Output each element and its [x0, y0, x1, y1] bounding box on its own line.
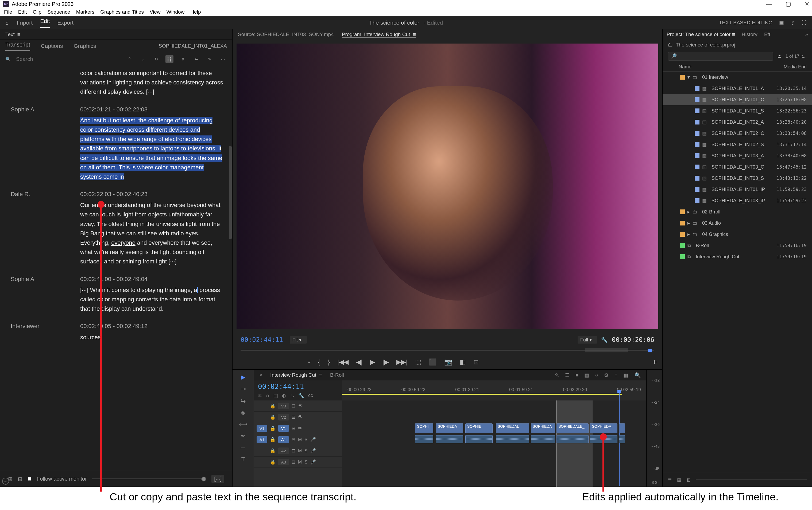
video-clip[interactable]: SOPHIEDA — [590, 423, 617, 433]
menu-help[interactable]: Help — [190, 9, 201, 15]
expand-icon[interactable]: ▾ — [688, 74, 690, 80]
track-a2[interactable]: A2 — [278, 448, 289, 454]
video-clip[interactable]: SOPHIEDALE_ — [556, 423, 588, 433]
col-media-end[interactable]: Media End — [784, 64, 807, 70]
audio-clip[interactable] — [556, 435, 588, 443]
menu-file[interactable]: File — [4, 9, 12, 15]
pause-filler-icon[interactable]: ┇┇ — [166, 55, 173, 63]
source-tab[interactable]: Source: SOPHIEDALE_INT03_SONY.mp4 — [238, 32, 334, 37]
timecode-out[interactable]: 00:00:20:06 — [612, 336, 654, 343]
transcript-body[interactable]: color calibration is so important to cor… — [0, 66, 232, 471]
more-icon[interactable]: ⋯ — [219, 55, 227, 63]
monitor-scrubber[interactable] — [233, 347, 662, 355]
menu-window[interactable]: Window — [167, 9, 185, 15]
step-fwd-icon[interactable]: |▶ — [382, 358, 389, 366]
project-item[interactable]: ▸🗀04 Graphics — [663, 229, 812, 240]
export-frame-icon[interactable]: 📷 — [444, 358, 452, 366]
split-icon[interactable]: ⬍ — [179, 55, 187, 63]
project-search[interactable] — [668, 52, 773, 61]
timeline-tab-broll[interactable]: B-Roll — [330, 372, 344, 378]
project-item[interactable]: ⧉B-Roll11:59:16:19 — [663, 240, 812, 251]
step-back-icon[interactable]: ◀| — [356, 358, 362, 366]
audio-clip[interactable] — [496, 435, 529, 443]
project-item[interactable]: ▸🗀03 Audio — [663, 217, 812, 229]
mark-out-icon[interactable]: } — [328, 358, 330, 366]
icon-b[interactable]: 🔍 — [635, 372, 641, 378]
ws-edit[interactable]: Edit — [40, 18, 50, 28]
refresh-icon[interactable]: ↻ — [152, 55, 160, 63]
safe-margins-icon[interactable]: ⊡ — [473, 358, 479, 366]
track-a3[interactable]: A3 — [278, 459, 289, 466]
track-v1[interactable]: V1 — [278, 425, 289, 432]
icon-a[interactable]: ▮▮ — [623, 372, 629, 378]
go-to-out-icon[interactable]: ▶▶| — [396, 358, 408, 366]
go-to-in-icon[interactable]: |◀◀ — [337, 358, 349, 366]
new-bin-icon[interactable]: 🗀 — [777, 54, 782, 59]
transcript-text-highlighted[interactable]: And last but not least, the challenge of… — [80, 116, 224, 181]
expand-icon[interactable]: ▸ — [688, 231, 690, 237]
tl-icon-7[interactable]: cc — [308, 393, 313, 399]
project-item[interactable]: ▧SOPHIEDALE_INT01_A13:20:35:14 — [663, 83, 812, 94]
scrollbar[interactable] — [229, 146, 232, 239]
mark-in-icon[interactable]: { — [318, 358, 320, 366]
breadcrumb[interactable]: The science of color.prproj — [676, 42, 735, 48]
ws-export[interactable]: Export — [57, 20, 74, 26]
menu-sequence[interactable]: Sequence — [47, 9, 70, 15]
button-editor-icon[interactable]: + — [652, 357, 657, 366]
ripple-tool-icon[interactable]: ⇆ — [241, 397, 245, 404]
linked-sel-icon[interactable]: ☰ — [565, 372, 570, 378]
search-input[interactable] — [16, 56, 56, 62]
tl-icon-3[interactable]: ⬚ — [273, 393, 278, 399]
comparison-icon[interactable]: ◧ — [460, 358, 466, 366]
tab-captions[interactable]: Captions — [41, 43, 63, 49]
audio-clip[interactable] — [415, 435, 433, 443]
snap-icon[interactable]: ✎ — [555, 372, 559, 378]
overflow-icon[interactable]: » — [805, 32, 808, 37]
project-item[interactable]: ▾🗀01 Interview — [663, 71, 812, 83]
track-select-tool-icon[interactable]: ⇥ — [241, 386, 245, 392]
effects-tab[interactable]: Eff — [764, 32, 770, 37]
menu-graphics[interactable]: Graphics and Titles — [100, 9, 144, 15]
video-clip[interactable]: SOPHI — [415, 423, 433, 433]
video-clip[interactable]: SOPHIE — [465, 423, 493, 433]
audio-clip[interactable] — [465, 435, 493, 443]
tl-icon-6[interactable]: 🔧 — [298, 393, 304, 399]
close-tab-icon[interactable]: × — [259, 372, 262, 378]
close-button[interactable]: ✕ — [805, 1, 809, 7]
icon-view-icon[interactable]: ▦ — [677, 477, 681, 482]
project-item[interactable]: ▸🗀02-B-roll — [663, 206, 812, 217]
track-v2[interactable]: V2 — [278, 414, 289, 420]
transcript-text[interactable]: sources. — [80, 333, 224, 342]
project-item[interactable]: ▧SOPHIEDALE_INT01_C13:25:18:08 — [663, 94, 812, 105]
project-item[interactable]: ▧SOPHIEDALE_INT03_iP11:59:59:23 — [663, 195, 812, 206]
history-tab[interactable]: History — [742, 32, 757, 37]
text-based-editing[interactable]: TEXT BASED EDITING — [719, 20, 773, 26]
type-tool-icon[interactable]: T — [241, 456, 245, 463]
pen-tool-icon[interactable]: ✒ — [241, 432, 245, 440]
marker-icon[interactable]: ■ — [576, 372, 578, 378]
video-clip[interactable] — [619, 423, 625, 433]
expand-icon[interactable]: ▸ — [688, 209, 690, 215]
time-ruler[interactable]: 00:00:29:23 00:00:59:22 00:01:29:21 00:0… — [342, 381, 646, 400]
selection-tool-icon[interactable]: ▶ — [241, 374, 245, 381]
slip-tool-icon[interactable]: ⟷ — [239, 421, 248, 428]
audio-clip[interactable] — [590, 435, 617, 443]
merge-icon[interactable]: ⬌ — [192, 55, 200, 63]
track-a1[interactable]: A1 — [278, 436, 289, 443]
track-v3[interactable]: V3 — [278, 402, 289, 409]
video-clip[interactable]: SOPHIEDA — [436, 423, 463, 433]
tl-icon-4[interactable]: ◐ — [282, 393, 286, 399]
tl-icon-1[interactable]: ❄ — [258, 393, 262, 399]
tl-menu-icon[interactable]: ≡ — [614, 372, 617, 378]
project-item[interactable]: ▧SOPHIEDALE_INT03_S13:43:12:22 — [663, 173, 812, 184]
lift-icon[interactable]: ⬚ — [415, 358, 421, 366]
source-a1[interactable]: A1 — [257, 436, 267, 443]
zoom-slider[interactable] — [92, 477, 206, 481]
program-monitor[interactable] — [233, 39, 662, 333]
ellipsis-button[interactable]: [···] — [211, 475, 224, 483]
project-tab[interactable]: Project: The science of color ≡ — [667, 32, 735, 37]
program-tab[interactable]: Program: Interview Rough Cut ≡ — [342, 32, 416, 38]
prev-icon[interactable]: ⌃ — [125, 55, 134, 63]
project-item[interactable]: ▧SOPHIEDALE_INT03_C13:47:45:12 — [663, 161, 812, 173]
menu-view[interactable]: View — [150, 9, 161, 15]
